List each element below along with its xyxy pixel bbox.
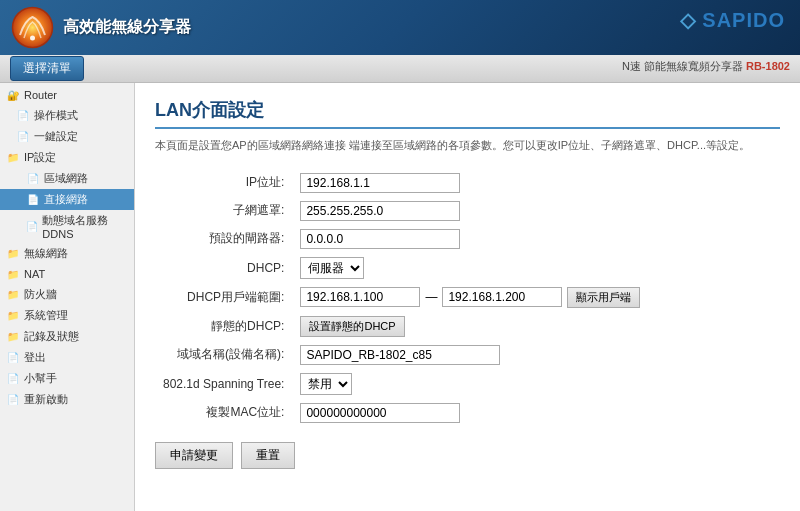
- dhcp-row: DHCP: 伺服器 停用 轉送: [155, 253, 648, 283]
- sidebar-item-login[interactable]: 📄 登出: [0, 347, 134, 368]
- sidebar-item-reboot[interactable]: 📄 重新啟動: [0, 389, 134, 410]
- sidebar-router-label: 🔐 Router: [0, 85, 134, 105]
- folder-icon-mgmt: 📁: [6, 309, 20, 323]
- subnet-row: 子網遮罩:: [155, 197, 648, 225]
- sidebar-item-lan[interactable]: 📄 區域網路: [0, 168, 134, 189]
- sidebar-item-management[interactable]: 📁 系統管理: [0, 305, 134, 326]
- gateway-input[interactable]: [300, 229, 460, 249]
- subnet-input[interactable]: [300, 201, 460, 221]
- spanning-select[interactable]: 禁用 啟用: [300, 373, 352, 395]
- sidebar: 🔐 Router 📄 操作模式 📄 一鍵設定 📁 IP設定 📄 區域網路 📄: [0, 83, 135, 511]
- sidebar-item-log-status[interactable]: 📁 記錄及狀態: [0, 326, 134, 347]
- gateway-row: 預設的閘路器:: [155, 225, 648, 253]
- static-dhcp-button[interactable]: 設置靜態的DHCP: [300, 316, 404, 337]
- folder-icon-wireless: 📁: [6, 247, 20, 261]
- page-icon-2: 📄: [16, 130, 30, 144]
- dhcp-label: DHCP:: [155, 253, 292, 283]
- dhcp-range-container: — 顯示用戶端: [300, 287, 640, 308]
- logo-text: 高效能無線分享器: [63, 17, 191, 38]
- sidebar-item-wireless[interactable]: 📁 無線網路: [0, 243, 134, 264]
- dhcp-range-end-input[interactable]: [442, 287, 562, 307]
- nav-menu-button[interactable]: 選擇清單: [10, 56, 84, 81]
- sidebar-item-ddns[interactable]: 📄 動態域名服務DDNS: [0, 210, 134, 243]
- folder-icon-log: 📁: [6, 330, 20, 344]
- dhcp-range-label: DHCP用戶端範圍:: [155, 283, 292, 312]
- content-area: LAN介面設定 本頁面是設置您AP的區域網路網絡連接 端連接至區域網路的各項參數…: [135, 83, 800, 511]
- submit-button[interactable]: 申請變更: [155, 442, 233, 469]
- top-header: 高效能無線分享器 ◇ SAPIDO: [0, 0, 800, 55]
- page-icon-ddns: 📄: [26, 220, 38, 234]
- logo-area: 高效能無線分享器: [10, 5, 191, 50]
- sidebar-item-ip-settings[interactable]: 📁 IP設定: [0, 147, 134, 168]
- svg-point-1: [30, 36, 35, 41]
- ip-row: IP位址:: [155, 169, 648, 197]
- ip-label: IP位址:: [155, 169, 292, 197]
- page-icon-1: 📄: [16, 109, 30, 123]
- product-model: RB-1802: [746, 60, 790, 72]
- folder-icon-ip: 📁: [6, 151, 20, 165]
- lan-settings-form: IP位址: 子網遮罩: 預設的閘路器: DHCP: 伺服器 停用 轉送: [155, 169, 648, 427]
- static-dhcp-row: 靜態的DHCP: 設置靜態的DHCP: [155, 312, 648, 341]
- action-buttons: 申請變更 重置: [155, 442, 780, 469]
- sidebar-item-quick-setup[interactable]: 📄 一鍵設定: [0, 126, 134, 147]
- page-icon-reboot: 📄: [6, 393, 20, 407]
- page-icon-login: 📄: [6, 351, 20, 365]
- nav-bar: 選擇清單 N速 節能無線寬頻分享器 RB-1802: [0, 55, 800, 83]
- page-icon-lan: 📄: [26, 172, 40, 186]
- static-dhcp-label: 靜態的DHCP:: [155, 312, 292, 341]
- logo-icon: [10, 5, 55, 50]
- gateway-label: 預設的閘路器:: [155, 225, 292, 253]
- folder-icon-firewall: 📁: [6, 288, 20, 302]
- ip-input[interactable]: [300, 173, 460, 193]
- folder-icon-nat: 📁: [6, 267, 20, 281]
- show-users-button[interactable]: 顯示用戶端: [567, 287, 640, 308]
- svg-point-0: [13, 8, 53, 48]
- reset-button[interactable]: 重置: [241, 442, 295, 469]
- dhcp-select[interactable]: 伺服器 停用 轉送: [300, 257, 364, 279]
- page-description: 本頁面是設置您AP的區域網路網絡連接 端連接至區域網路的各項參數。您可以更改IP…: [155, 137, 780, 154]
- router-icon: 🔐: [6, 88, 20, 102]
- spanning-row: 802.1d Spanning Tree: 禁用 啟用: [155, 369, 648, 399]
- sapido-brand: ◇ SAPIDO: [680, 8, 785, 32]
- spanning-label: 802.1d Spanning Tree:: [155, 369, 292, 399]
- page-title: LAN介面設定: [155, 98, 780, 129]
- sidebar-item-operation-mode[interactable]: 📄 操作模式: [0, 105, 134, 126]
- sidebar-item-firewall[interactable]: 📁 防火牆: [0, 284, 134, 305]
- dhcp-range-row: DHCP用戶端範圍: — 顯示用戶端: [155, 283, 648, 312]
- mac-input[interactable]: [300, 403, 460, 423]
- mac-label: 複製MAC位址:: [155, 399, 292, 427]
- sidebar-section-router: 🔐 Router 📄 操作模式 📄 一鍵設定 📁 IP設定 📄 區域網路 📄: [0, 83, 134, 412]
- main-layout: 🔐 Router 📄 操作模式 📄 一鍵設定 📁 IP設定 📄 區域網路 📄: [0, 83, 800, 511]
- domain-input[interactable]: [300, 345, 500, 365]
- sidebar-item-nat[interactable]: 📁 NAT: [0, 264, 134, 284]
- sidebar-item-wizard[interactable]: 📄 小幫手: [0, 368, 134, 389]
- page-icon-wan: 📄: [26, 193, 40, 207]
- domain-row: 域域名稱(設備名稱):: [155, 341, 648, 369]
- dhcp-range-start-input[interactable]: [300, 287, 420, 307]
- product-label: N速 節能無線寬頻分享器: [622, 60, 743, 72]
- dhcp-range-separator: —: [425, 290, 437, 304]
- subnet-label: 子網遮罩:: [155, 197, 292, 225]
- sidebar-item-wan[interactable]: 📄 直接網路: [0, 189, 134, 210]
- domain-label: 域域名稱(設備名稱):: [155, 341, 292, 369]
- page-icon-wizard: 📄: [6, 372, 20, 386]
- mac-row: 複製MAC位址:: [155, 399, 648, 427]
